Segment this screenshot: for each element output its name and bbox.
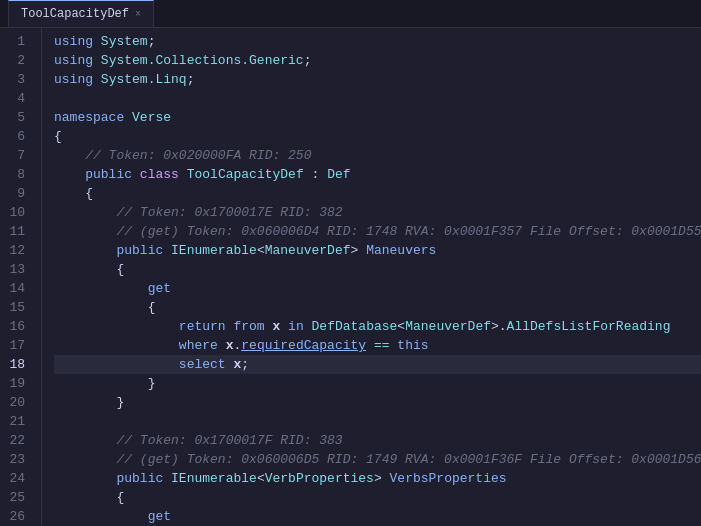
code-line-20: } — [54, 393, 701, 412]
code-line-7: // Token: 0x020000FA RID: 250 — [54, 146, 701, 165]
title-bar: ToolCapacityDef × — [0, 0, 701, 28]
line-num-8: 8 — [0, 165, 33, 184]
code-line-5: namespace Verse — [54, 108, 701, 127]
line-num-16: 16 — [0, 317, 33, 336]
line-num-24: 24 — [0, 469, 33, 488]
line-num-7: 7 — [0, 146, 33, 165]
code-line-4 — [54, 89, 701, 108]
code-line-24: public IEnumerable<VerbProperties> Verbs… — [54, 469, 701, 488]
line-num-10: 10 — [0, 203, 33, 222]
tab-close-icon[interactable]: × — [135, 9, 141, 20]
code-line-6: { — [54, 127, 701, 146]
line-num-25: 25 — [0, 488, 33, 507]
line-num-18: 18 — [0, 355, 33, 374]
code-line-1: using System; — [54, 32, 701, 51]
line-num-3: 3 — [0, 70, 33, 89]
line-num-21: 21 — [0, 412, 33, 431]
code-line-17: where x.requiredCapacity == this — [54, 336, 701, 355]
code-line-25: { — [54, 488, 701, 507]
file-tab[interactable]: ToolCapacityDef × — [8, 0, 154, 27]
line-num-13: 13 — [0, 260, 33, 279]
line-numbers: 1 2 3 4 5 6 7 8 9 10 11 12 13 14 15 16 1… — [0, 28, 42, 526]
line-num-20: 20 — [0, 393, 33, 412]
line-num-23: 23 — [0, 450, 33, 469]
line-num-5: 5 — [0, 108, 33, 127]
line-num-22: 22 — [0, 431, 33, 450]
code-line-13: { — [54, 260, 701, 279]
line-num-1: 1 — [0, 32, 33, 51]
line-num-6: 6 — [0, 127, 33, 146]
code-line-2: using System.Collections.Generic; — [54, 51, 701, 70]
code-line-11: // (get) Token: 0x060006D4 RID: 1748 RVA… — [54, 222, 701, 241]
code-area[interactable]: using System; using System.Collections.G… — [42, 28, 701, 526]
code-line-16: return from x in DefDatabase<ManeuverDef… — [54, 317, 701, 336]
code-line-15: { — [54, 298, 701, 317]
code-line-18: select x; — [54, 355, 701, 374]
line-num-17: 17 — [0, 336, 33, 355]
code-line-8: public class ToolCapacityDef : Def — [54, 165, 701, 184]
line-num-15: 15 — [0, 298, 33, 317]
tab-label: ToolCapacityDef — [21, 7, 129, 21]
line-num-12: 12 — [0, 241, 33, 260]
code-line-10: // Token: 0x1700017E RID: 382 — [54, 203, 701, 222]
code-line-26: get — [54, 507, 701, 526]
line-num-14: 14 — [0, 279, 33, 298]
line-num-11: 11 — [0, 222, 33, 241]
code-line-19: } — [54, 374, 701, 393]
code-line-21 — [54, 412, 701, 431]
line-num-26: 26 — [0, 507, 33, 526]
line-num-2: 2 — [0, 51, 33, 70]
line-num-4: 4 — [0, 89, 33, 108]
code-line-23: // (get) Token: 0x060006D5 RID: 1749 RVA… — [54, 450, 701, 469]
code-line-14: get — [54, 279, 701, 298]
code-line-3: using System.Linq; — [54, 70, 701, 89]
code-line-22: // Token: 0x1700017F RID: 383 — [54, 431, 701, 450]
code-line-9: { — [54, 184, 701, 203]
line-num-19: 19 — [0, 374, 33, 393]
line-num-9: 9 — [0, 184, 33, 203]
code-line-12: public IEnumerable<ManeuverDef> Maneuver… — [54, 241, 701, 260]
editor-area: 1 2 3 4 5 6 7 8 9 10 11 12 13 14 15 16 1… — [0, 28, 701, 526]
